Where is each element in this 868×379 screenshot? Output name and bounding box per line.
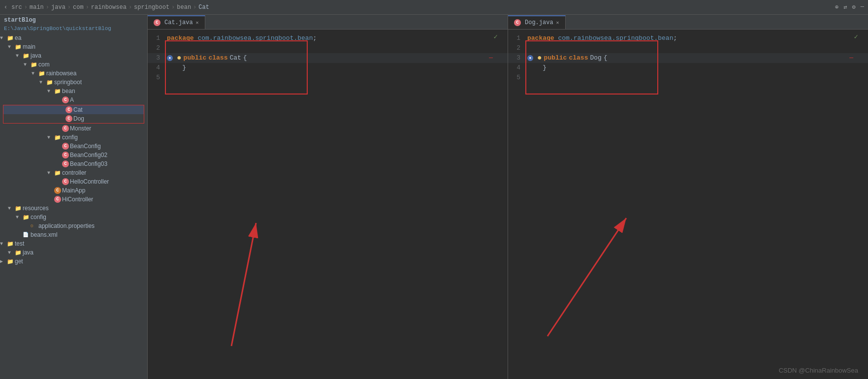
tree-arrow-config[interactable]: ▼ xyxy=(47,135,54,140)
folder-icon-config2: 📁 xyxy=(23,214,31,221)
breadcrumb-java[interactable]: java xyxy=(51,4,65,11)
sidebar-item-get[interactable]: ▶ 📁 get xyxy=(0,257,147,266)
sidebar-item-HiController[interactable]: ▶ C HiController xyxy=(0,195,147,204)
sidebar-highlight-box: ▶ C Cat ▶ C Dog xyxy=(3,105,144,124)
dog-line-num-4: 4 xyxy=(508,63,525,73)
dog-line-2: 2 xyxy=(508,43,868,53)
tree-arrow-ea[interactable]: ▼ xyxy=(0,35,7,41)
globe-icon[interactable]: ⊕ xyxy=(835,3,838,11)
class-icon-Monster: C xyxy=(62,125,70,132)
tab-cat-close[interactable]: ✕ xyxy=(196,20,199,26)
cat-checkmark: ✓ xyxy=(494,32,498,41)
tree-arrow-java[interactable]: ▼ xyxy=(16,53,23,59)
folder-icon-java2: 📁 xyxy=(15,250,23,256)
sidebar-item-A[interactable]: ▶ C A xyxy=(0,95,147,104)
breadcrumb-springboot[interactable]: springboot xyxy=(134,4,169,11)
tree-label-BeanConfig03: BeanConfig03 xyxy=(70,160,107,167)
tree-arrow-bean[interactable]: ▼ xyxy=(47,89,54,94)
sidebar-item-beans-xml[interactable]: ▶ 📄 beans.xml xyxy=(0,230,147,239)
sidebar-item-BeanConfig02[interactable]: ▶ C BeanConfig02 xyxy=(0,151,147,159)
breadcrumb-rainbowsea[interactable]: rainbowsea xyxy=(91,4,127,11)
sidebar-item-Cat[interactable]: ▶ C Cat xyxy=(3,105,144,114)
class-icon-BeanConfig02: C xyxy=(62,152,70,158)
folder-icon-rainbowsea: 📁 xyxy=(38,70,46,77)
tree-label-ea: ea xyxy=(15,34,21,41)
swap-icon[interactable]: ⇄ xyxy=(843,3,847,11)
dog-line-num-5: 5 xyxy=(508,73,525,83)
dog-checkmark: ✓ xyxy=(854,32,858,41)
dog-line-1: 1 package com.rainbowsea.springboot.bean… xyxy=(508,33,868,43)
cat-line-content-3: ● ● public class Cat { — xyxy=(165,53,508,63)
tree-arrow-test[interactable]: ▼ xyxy=(0,241,7,247)
sidebar-item-java2[interactable]: ▼ 📁 java xyxy=(0,248,147,257)
gear-icon[interactable]: ⚙ xyxy=(852,3,856,11)
sidebar-item-java[interactable]: ▼ 📁 java xyxy=(0,51,147,60)
sidebar-item-rainbowsea[interactable]: ▼ 📁 rainbowsea xyxy=(0,69,147,78)
tree-label-HelloController: HelloController xyxy=(70,178,109,185)
sidebar-item-application-properties[interactable]: ▶ ⚙ application.properties xyxy=(0,221,147,230)
tree-arrow-resources[interactable]: ▼ xyxy=(8,206,15,211)
tree-label-config: config xyxy=(62,134,78,141)
tree-label-application-properties: application.properties xyxy=(38,222,95,229)
tree-label-Cat: Cat xyxy=(73,106,83,113)
tree-arrow-get[interactable]: ▶ xyxy=(0,258,7,264)
tree-label-java: java xyxy=(31,52,41,59)
sidebar-item-bean[interactable]: ▼ 📁 bean xyxy=(0,87,147,95)
cat-line-2: 2 xyxy=(148,43,508,53)
tree-label-BeanConfig02: BeanConfig02 xyxy=(70,152,107,158)
tree-arrow-rainbowsea[interactable]: ▼ xyxy=(32,71,38,76)
tab-cat-java[interactable]: C Cat.java ✕ xyxy=(148,15,205,29)
cat-line-num-4: 4 xyxy=(148,63,165,73)
sidebar-item-main[interactable]: ▼ 📁 main xyxy=(0,42,147,51)
cat-line-4: 4 } xyxy=(148,63,508,73)
class-icon-HiController: C xyxy=(54,196,62,203)
breadcrumb-bean[interactable]: bean xyxy=(177,4,191,11)
sidebar-item-ea[interactable]: ▼ 📁 ea xyxy=(0,33,147,42)
tab-dog-java[interactable]: C Dog.java ✕ xyxy=(508,15,566,29)
sidebar-item-BeanConfig03[interactable]: ▶ C BeanConfig03 xyxy=(0,159,147,168)
tree-label-MainApp: MainApp xyxy=(62,187,85,194)
code-area-dog[interactable]: ✓ 1 package com.rainbowsea.springboot.be… xyxy=(508,30,868,208)
top-bar: ‹ src › main › java › com › rainbowsea ›… xyxy=(0,0,868,15)
class-icon-Cat: C xyxy=(65,106,73,113)
bean-indicator-dog: ● xyxy=(527,55,533,61)
cat-line-3: 3 ● ● public class Cat { — xyxy=(148,53,508,63)
project-name: startBlog xyxy=(0,15,147,26)
breadcrumb-src[interactable]: src xyxy=(11,4,22,11)
class-icon-BeanConfig: C xyxy=(62,143,70,150)
sidebar-item-springboot[interactable]: ▼ 📁 springboot xyxy=(0,78,147,87)
sidebar-item-config2[interactable]: ▼ 📁 config xyxy=(0,213,147,221)
tree-arrow-com[interactable]: ▼ xyxy=(24,62,31,67)
sidebar-item-Monster[interactable]: ▶ C Monster xyxy=(0,124,147,133)
folder-icon-main: 📁 xyxy=(15,44,23,50)
sidebar-item-com[interactable]: ▼ 📁 com xyxy=(0,60,147,69)
cat-line-content-1: package com.rainbowsea.springboot.bean; xyxy=(165,33,508,43)
tree-arrow-java2[interactable]: ▼ xyxy=(8,250,15,255)
tree-label-rainbowsea: rainbowsea xyxy=(46,70,76,77)
sidebar-item-resources[interactable]: ▼ 📁 resources xyxy=(0,204,147,213)
sidebar-item-BeanConfig[interactable]: ▶ C BeanConfig xyxy=(0,142,147,151)
breadcrumb-main[interactable]: main xyxy=(30,4,44,11)
sidebar-item-test[interactable]: ▼ 📁 test xyxy=(0,239,147,248)
sidebar-item-MainApp[interactable]: ▶ C MainApp xyxy=(0,186,147,195)
editor-area: C Cat.java ✕ ✓ 1 package com.rainbowsea.… xyxy=(148,15,868,379)
sidebar-item-Dog[interactable]: ▶ C Dog xyxy=(3,114,144,123)
sidebar-item-controller[interactable]: ▼ 📁 controller xyxy=(0,168,147,177)
sidebar-item-HelloController[interactable]: ▶ C HelloController xyxy=(0,177,147,186)
tree-arrow-controller[interactable]: ▼ xyxy=(47,170,54,176)
breadcrumb-com[interactable]: com xyxy=(73,4,84,11)
tab-dog-close[interactable]: ✕ xyxy=(556,20,559,26)
minus-icon[interactable]: — xyxy=(861,3,864,11)
sidebar-item-config[interactable]: ▼ 📁 config xyxy=(0,133,147,142)
breadcrumb-cat[interactable]: Cat xyxy=(198,4,209,11)
nav-back-icon[interactable]: ‹ xyxy=(4,4,7,11)
dog-line-content-1: package com.rainbowsea.springboot.bean; xyxy=(525,33,868,43)
tree-arrow-springboot[interactable]: ▼ xyxy=(39,80,46,85)
dog-line-content-5 xyxy=(525,73,868,83)
dog-line-content-4: } xyxy=(525,63,868,73)
cat-line-num-1: 1 xyxy=(148,33,165,43)
tree-arrow-config2[interactable]: ▼ xyxy=(16,215,23,220)
tree-arrow-main[interactable]: ▼ xyxy=(8,44,15,50)
tree-label-test: test xyxy=(15,240,24,247)
code-area-cat[interactable]: ✓ 1 package com.rainbowsea.springboot.be… xyxy=(148,30,508,208)
